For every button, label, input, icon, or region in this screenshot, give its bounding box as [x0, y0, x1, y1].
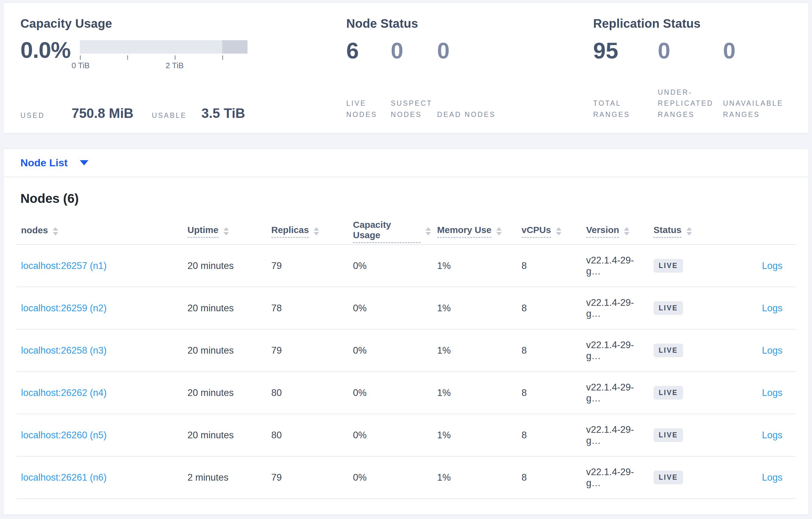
axis-label-0tib: 0 TiB — [71, 61, 90, 70]
vcpus-cell: 8 — [516, 345, 580, 356]
unavailable-ranges-value: 0 — [723, 39, 791, 63]
column-header-status[interactable]: Status — [647, 225, 713, 238]
column-header-vcpus[interactable]: vCPUs — [516, 225, 580, 238]
under-replicated-ranges-stat: 0 UNDER-REPLICATED RANGES — [658, 39, 723, 121]
version-cell: v22.1.4-29-g… — [580, 297, 647, 319]
used-value: 750.8 MiB — [71, 106, 134, 121]
replicas-cell: 80 — [265, 388, 347, 398]
capacity-gauge: 0 TiB 2 TiB — [80, 40, 248, 71]
memory-use-cell: 1% — [431, 261, 516, 271]
table-row: localhost:26259 (n2) 20 minutes 78 0% 1%… — [17, 287, 795, 330]
node-link[interactable]: localhost:26259 (n2) — [21, 303, 107, 313]
uptime-cell: 20 minutes — [181, 261, 265, 271]
status-badge: LIVE — [654, 470, 683, 484]
total-ranges-stat: 95 TOTAL RANGES — [593, 39, 658, 121]
memory-use-cell: 1% — [431, 345, 516, 356]
capacity-usage-cell: 0% — [347, 430, 431, 441]
nodes-section-title: Nodes (6) — [17, 177, 795, 218]
total-ranges-label: TOTAL RANGES — [593, 98, 658, 121]
live-nodes-stat: 6 LIVE NODES — [346, 39, 391, 121]
unavailable-ranges-label: UNAVAILABLE RANGES — [723, 98, 791, 121]
vcpus-cell: 8 — [516, 388, 580, 398]
version-cell: v22.1.4-29-g… — [580, 467, 647, 489]
vcpus-cell: 8 — [516, 430, 580, 441]
dead-nodes-stat: 0 DEAD NODES — [437, 39, 496, 121]
node-link[interactable]: localhost:26257 (n1) — [21, 261, 107, 271]
capacity-usage-cell: 0% — [347, 303, 431, 314]
version-cell: v22.1.4-29-g… — [580, 255, 647, 277]
under-replicated-ranges-label: UNDER-REPLICATED RANGES — [658, 87, 720, 121]
sort-icon[interactable] — [496, 227, 502, 236]
sort-icon[interactable] — [224, 227, 229, 236]
unavailable-ranges-stat: 0 UNAVAILABLE RANGES — [723, 39, 791, 121]
logs-link[interactable]: Logs — [762, 303, 782, 313]
sort-icon[interactable] — [624, 227, 630, 236]
live-nodes-label: LIVE NODES — [346, 98, 391, 121]
status-badge: LIVE — [654, 301, 683, 315]
sort-icon[interactable] — [53, 227, 58, 236]
vcpus-cell: 8 — [516, 261, 580, 271]
nodes-table-header: nodes Uptime Replicas Capacity Usage Mem… — [17, 218, 795, 245]
usable-label: USABLE — [152, 112, 187, 120]
uptime-cell: 20 minutes — [181, 430, 265, 441]
sort-icon[interactable] — [687, 227, 692, 236]
sort-icon[interactable] — [556, 227, 561, 236]
chevron-down-icon — [80, 160, 88, 165]
replicas-cell: 78 — [265, 303, 347, 314]
node-link[interactable]: localhost:26261 (n6) — [21, 472, 107, 483]
replicas-cell: 79 — [265, 345, 347, 356]
capacity-usage-title: Capacity Usage — [21, 17, 346, 30]
capacity-gauge-bar — [80, 40, 248, 54]
node-link[interactable]: localhost:26262 (n4) — [21, 388, 107, 398]
column-header-memory-use[interactable]: Memory Use — [431, 225, 516, 238]
status-badge: LIVE — [654, 386, 683, 400]
table-row: localhost:26261 (n6) 2 minutes 79 0% 1% … — [17, 457, 795, 499]
column-header-nodes[interactable]: nodes — [17, 225, 181, 237]
logs-link[interactable]: Logs — [762, 345, 782, 356]
logs-link[interactable]: Logs — [762, 261, 782, 271]
suspect-nodes-stat: 0 SUSPECT NODES — [391, 39, 437, 121]
capacity-percent-value: 0.0% — [21, 39, 71, 62]
table-row: localhost:26262 (n4) 20 minutes 80 0% 1%… — [17, 372, 795, 414]
capacity-usage-cell: 0% — [347, 261, 431, 271]
node-link[interactable]: localhost:26260 (n5) — [21, 430, 107, 440]
column-header-version[interactable]: Version — [580, 225, 647, 238]
uptime-cell: 20 minutes — [181, 345, 265, 356]
version-cell: v22.1.4-29-g… — [580, 340, 647, 362]
sort-icon[interactable] — [426, 227, 431, 236]
under-replicated-ranges-value: 0 — [658, 39, 723, 63]
sort-icon[interactable] — [314, 227, 319, 236]
logs-link[interactable]: Logs — [762, 430, 782, 440]
suspect-nodes-label: SUSPECT NODES — [391, 98, 437, 121]
capacity-usage-cell: 0% — [347, 345, 431, 356]
logs-link[interactable]: Logs — [762, 472, 782, 483]
memory-use-cell: 1% — [431, 388, 516, 398]
cluster-summary-card: Capacity Usage 0.0% 0 TiB 2 — [3, 2, 809, 133]
memory-use-cell: 1% — [431, 303, 516, 314]
node-list-dropdown-label[interactable]: Node List — [21, 157, 68, 169]
capacity-gauge-reserved-segment — [222, 40, 248, 54]
replication-status-title: Replication Status — [593, 17, 791, 30]
uptime-cell: 2 minutes — [181, 472, 265, 483]
used-label: USED — [21, 112, 45, 120]
logs-link[interactable]: Logs — [762, 388, 782, 398]
dead-nodes-value: 0 — [437, 39, 496, 63]
capacity-usage-panel: Capacity Usage 0.0% 0 TiB 2 — [21, 17, 346, 121]
node-list-dropdown[interactable]: Node List — [3, 149, 809, 177]
node-link[interactable]: localhost:26258 (n3) — [21, 345, 107, 356]
replicas-cell: 79 — [265, 472, 347, 483]
column-header-replicas[interactable]: Replicas — [265, 225, 347, 238]
axis-label-2tib: 2 TiB — [166, 61, 183, 70]
column-header-uptime[interactable]: Uptime — [181, 225, 265, 238]
replication-status-panel: Replication Status 95 TOTAL RANGES 0 UND… — [593, 17, 791, 121]
status-badge: LIVE — [654, 259, 683, 273]
status-badge: LIVE — [654, 343, 683, 357]
status-badge: LIVE — [654, 428, 683, 442]
total-ranges-value: 95 — [593, 39, 658, 63]
capacity-usage-cell: 0% — [347, 388, 431, 398]
replicas-cell: 79 — [265, 261, 347, 271]
capacity-usage-cell: 0% — [347, 472, 431, 483]
column-header-capacity-usage[interactable]: Capacity Usage — [347, 220, 431, 243]
dead-nodes-label: DEAD NODES — [437, 109, 496, 121]
uptime-cell: 20 minutes — [181, 303, 265, 314]
